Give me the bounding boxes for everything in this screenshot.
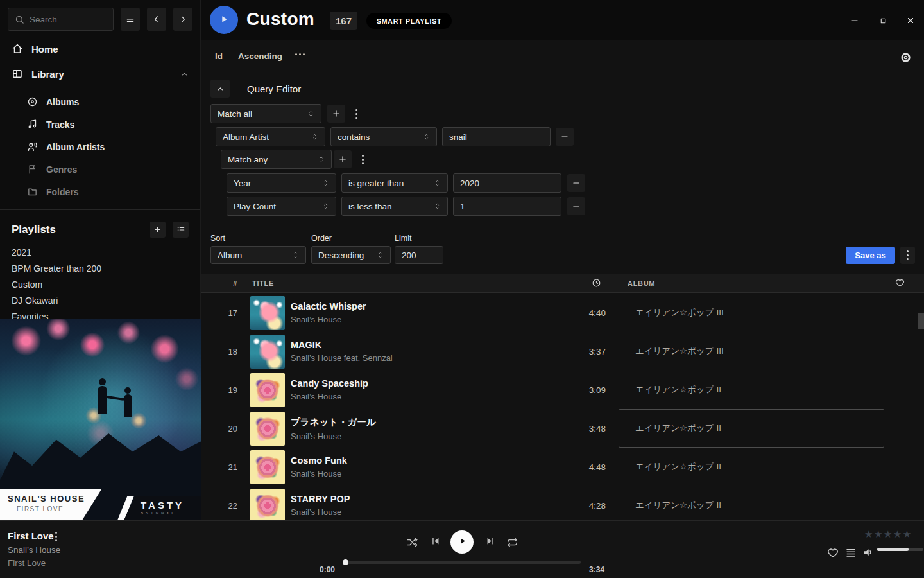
limit-input[interactable] — [395, 246, 443, 264]
playlist-item[interactable]: DJ Okawari — [0, 292, 200, 308]
search-input[interactable] — [30, 15, 103, 24]
track-artist[interactable]: Snail’s House — [291, 315, 562, 324]
query-editor-collapse-button[interactable] — [210, 80, 230, 98]
remove-rule-button[interactable] — [567, 174, 585, 192]
track-artist[interactable]: Snail’s House — [291, 507, 562, 517]
rule-field-select[interactable]: Play Count — [227, 197, 336, 216]
sidebar-item-library[interactable]: Library — [0, 66, 200, 82]
menu-button[interactable] — [121, 8, 140, 31]
sort-direction-button[interactable]: Ascending — [238, 51, 282, 61]
track-album[interactable]: エイリアン☆ポップ II — [628, 423, 893, 434]
now-playing-cover-art[interactable]: SNAIL'S HOUSE FIRST LOVE TASTY BSTNNXI — [0, 319, 201, 520]
scrollbar-thumb[interactable] — [918, 313, 924, 329]
track-title[interactable]: プラネット・ガール — [291, 416, 562, 428]
match-type-select[interactable]: Match all — [210, 104, 321, 123]
track-album[interactable]: エイリアン☆ポップ II — [628, 461, 893, 473]
now-playing-menu-icon[interactable] — [51, 531, 60, 541]
remove-rule-button[interactable] — [556, 128, 574, 146]
volume-button[interactable] — [862, 547, 875, 559]
star-icon[interactable]: ★ — [864, 529, 874, 539]
sidebar-item-home[interactable]: Home — [0, 41, 200, 57]
window-maximize-button[interactable] — [877, 14, 889, 27]
sidebar-item-albums[interactable]: Albums — [0, 91, 200, 113]
track-artist[interactable]: Snail’s House feat. Sennzai — [291, 353, 562, 363]
rule-value-input[interactable] — [442, 127, 551, 146]
back-button[interactable] — [147, 8, 166, 31]
duration-clock-icon[interactable] — [592, 278, 601, 288]
table-row[interactable]: 19 Candy Spaceship Snail’s House 3:09 エイ… — [201, 371, 924, 409]
playlist-item[interactable]: BPM Greater than 200 — [0, 260, 200, 276]
favorite-button[interactable] — [827, 547, 840, 559]
track-album[interactable]: エイリアン☆ポップ II — [628, 384, 893, 396]
group-menu-icon[interactable] — [351, 105, 361, 123]
table-row[interactable]: 21 Cosmo Funk Snail’s House 4:48 エイリアン☆ポ… — [201, 448, 924, 486]
rule-operator-select[interactable]: is greater than — [341, 173, 448, 193]
track-title[interactable]: Galactic Whisper — [291, 301, 562, 311]
star-icon[interactable]: ★ — [874, 529, 884, 539]
sidebar-item-folders[interactable]: Folders — [0, 180, 200, 203]
now-playing-title[interactable]: First Love — [8, 530, 54, 541]
track-title[interactable]: MAGIK — [291, 340, 562, 350]
window-minimize-button[interactable] — [848, 14, 861, 27]
rule-operator-select[interactable]: contains — [330, 127, 437, 146]
rating-stars[interactable]: ★★★★★ — [864, 529, 912, 540]
chevron-up-icon[interactable] — [180, 70, 189, 78]
sidebar-item-album-artists[interactable]: Album Artists — [0, 136, 200, 158]
playlist-list-button[interactable] — [173, 222, 189, 238]
search-input-wrapper[interactable] — [8, 8, 114, 31]
group-menu-icon[interactable] — [357, 150, 368, 168]
track-artist[interactable]: Snail’s House — [291, 432, 562, 441]
now-playing-artist[interactable]: Snail’s House — [8, 545, 60, 555]
rule-field-select[interactable]: Album Artist — [216, 127, 325, 146]
star-icon[interactable]: ★ — [893, 529, 903, 539]
table-row[interactable]: 22 STARRY POP Snail’s House 4:28 エイリアン☆ポ… — [201, 486, 924, 520]
next-track-button[interactable] — [483, 535, 497, 549]
column-header-album[interactable]: ALBUM — [628, 279, 655, 287]
match-type-select[interactable]: Match any — [221, 150, 332, 169]
save-menu-icon[interactable] — [900, 247, 915, 264]
track-title[interactable]: Candy Spaceship — [291, 378, 562, 389]
add-playlist-button[interactable] — [150, 222, 166, 238]
track-album[interactable]: エイリアン☆ポップ II — [628, 500, 893, 511]
previous-track-button[interactable] — [428, 535, 442, 549]
track-title[interactable]: STARRY POP — [291, 494, 562, 504]
table-row[interactable]: 18 MAGIK Snail’s House feat. Sennzai 3:3… — [201, 332, 924, 371]
sort-field-button[interactable]: Id — [215, 51, 223, 61]
heart-column-icon[interactable] — [895, 278, 905, 288]
sidebar-item-tracks[interactable]: Tracks — [0, 113, 200, 136]
remove-rule-button[interactable] — [567, 197, 585, 215]
track-album[interactable]: エイリアン☆ポップ III — [628, 346, 893, 357]
volume-slider[interactable] — [877, 548, 923, 551]
track-artist[interactable]: Snail’s House — [291, 469, 562, 478]
sidebar-item-genres[interactable]: Genres — [0, 158, 200, 180]
rule-operator-select[interactable]: is less than — [341, 197, 448, 216]
add-rule-button[interactable] — [334, 150, 352, 168]
rule-field-select[interactable]: Year — [227, 173, 336, 193]
window-close-button[interactable] — [904, 14, 917, 27]
queue-button[interactable] — [845, 547, 858, 559]
table-row[interactable]: 17 Galactic Whisper Snail’s House 4:40 エ… — [201, 293, 924, 332]
seek-bar[interactable] — [343, 561, 581, 564]
play-playlist-button[interactable] — [210, 6, 238, 34]
playlist-item[interactable]: Custom — [0, 276, 200, 292]
rule-value-input[interactable] — [453, 173, 561, 193]
forward-button[interactable] — [173, 8, 193, 31]
seek-thumb[interactable] — [343, 559, 348, 565]
playlist-item[interactable]: 2021 — [0, 244, 200, 260]
star-icon[interactable]: ★ — [903, 529, 912, 539]
repeat-button[interactable] — [505, 535, 519, 549]
more-options-icon[interactable] — [295, 53, 305, 55]
column-header-title[interactable]: TITLE — [252, 279, 274, 287]
add-rule-button[interactable] — [327, 105, 345, 123]
track-title[interactable]: Cosmo Funk — [291, 455, 562, 466]
shuffle-button[interactable] — [405, 535, 419, 549]
track-artist[interactable]: Snail’s House — [291, 392, 562, 401]
rule-value-input[interactable] — [453, 197, 561, 216]
now-playing-album[interactable]: First Love — [8, 558, 46, 568]
play-pause-button[interactable] — [450, 530, 474, 554]
save-as-button[interactable]: Save as — [846, 247, 895, 264]
table-row[interactable]: 20 プラネット・ガール Snail’s House 3:48 エイリアン☆ポッ… — [201, 409, 924, 448]
sort-select[interactable]: Album — [210, 246, 306, 264]
star-icon[interactable]: ★ — [884, 529, 893, 539]
track-album[interactable]: エイリアン☆ポップ III — [628, 307, 893, 319]
